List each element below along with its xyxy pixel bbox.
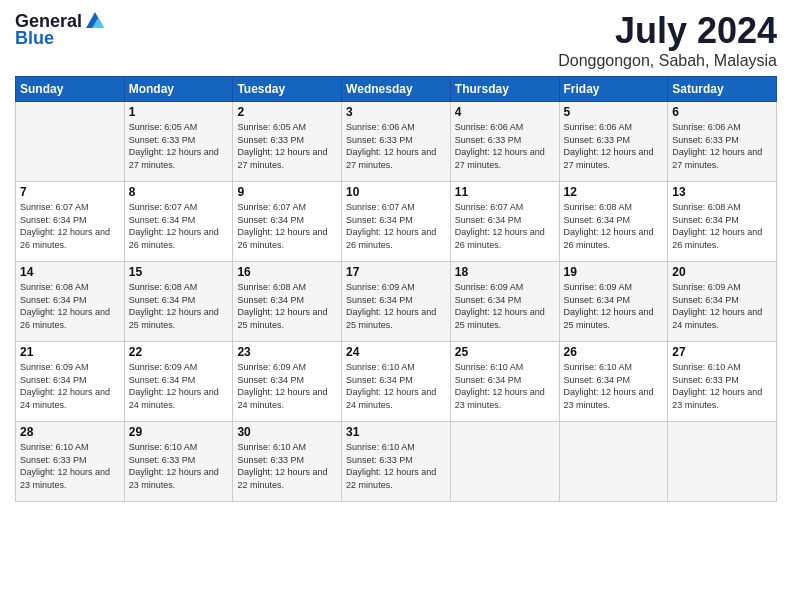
day-number: 18 [455,265,555,279]
day-number: 9 [237,185,337,199]
day-info: Sunrise: 6:09 AMSunset: 6:34 PMDaylight:… [237,361,337,411]
day-info: Sunrise: 6:09 AMSunset: 6:34 PMDaylight:… [672,281,772,331]
day-number: 28 [20,425,120,439]
day-number: 31 [346,425,446,439]
day-info: Sunrise: 6:10 AMSunset: 6:33 PMDaylight:… [237,441,337,491]
day-number: 29 [129,425,229,439]
table-row: 8Sunrise: 6:07 AMSunset: 6:34 PMDaylight… [124,182,233,262]
day-number: 6 [672,105,772,119]
day-number: 20 [672,265,772,279]
col-saturday: Saturday [668,77,777,102]
logo-blue: Blue [15,28,54,49]
subtitle: Donggongon, Sabah, Malaysia [558,52,777,70]
table-row: 20Sunrise: 6:09 AMSunset: 6:34 PMDayligh… [668,262,777,342]
table-row: 23Sunrise: 6:09 AMSunset: 6:34 PMDayligh… [233,342,342,422]
day-number: 2 [237,105,337,119]
table-row: 26Sunrise: 6:10 AMSunset: 6:34 PMDayligh… [559,342,668,422]
day-info: Sunrise: 6:07 AMSunset: 6:34 PMDaylight:… [20,201,120,251]
day-info: Sunrise: 6:05 AMSunset: 6:33 PMDaylight:… [129,121,229,171]
table-row: 2Sunrise: 6:05 AMSunset: 6:33 PMDaylight… [233,102,342,182]
table-row: 5Sunrise: 6:06 AMSunset: 6:33 PMDaylight… [559,102,668,182]
col-monday: Monday [124,77,233,102]
table-row: 21Sunrise: 6:09 AMSunset: 6:34 PMDayligh… [16,342,125,422]
day-number: 26 [564,345,664,359]
table-row: 18Sunrise: 6:09 AMSunset: 6:34 PMDayligh… [450,262,559,342]
day-info: Sunrise: 6:07 AMSunset: 6:34 PMDaylight:… [346,201,446,251]
main-title: July 2024 [558,10,777,52]
day-number: 17 [346,265,446,279]
table-row: 29Sunrise: 6:10 AMSunset: 6:33 PMDayligh… [124,422,233,502]
day-info: Sunrise: 6:08 AMSunset: 6:34 PMDaylight:… [237,281,337,331]
calendar-table: Sunday Monday Tuesday Wednesday Thursday… [15,76,777,502]
day-number: 25 [455,345,555,359]
table-row: 19Sunrise: 6:09 AMSunset: 6:34 PMDayligh… [559,262,668,342]
day-number: 1 [129,105,229,119]
table-row: 11Sunrise: 6:07 AMSunset: 6:34 PMDayligh… [450,182,559,262]
col-thursday: Thursday [450,77,559,102]
day-info: Sunrise: 6:08 AMSunset: 6:34 PMDaylight:… [129,281,229,331]
table-row: 28Sunrise: 6:10 AMSunset: 6:33 PMDayligh… [16,422,125,502]
table-row: 16Sunrise: 6:08 AMSunset: 6:34 PMDayligh… [233,262,342,342]
table-row: 24Sunrise: 6:10 AMSunset: 6:34 PMDayligh… [342,342,451,422]
logo-icon [84,10,106,32]
day-info: Sunrise: 6:08 AMSunset: 6:34 PMDaylight:… [672,201,772,251]
table-row: 4Sunrise: 6:06 AMSunset: 6:33 PMDaylight… [450,102,559,182]
day-info: Sunrise: 6:07 AMSunset: 6:34 PMDaylight:… [237,201,337,251]
day-number: 12 [564,185,664,199]
day-info: Sunrise: 6:10 AMSunset: 6:34 PMDaylight:… [455,361,555,411]
day-info: Sunrise: 6:10 AMSunset: 6:34 PMDaylight:… [564,361,664,411]
day-number: 22 [129,345,229,359]
table-row: 30Sunrise: 6:10 AMSunset: 6:33 PMDayligh… [233,422,342,502]
table-row: 1Sunrise: 6:05 AMSunset: 6:33 PMDaylight… [124,102,233,182]
col-friday: Friday [559,77,668,102]
col-sunday: Sunday [16,77,125,102]
table-row: 27Sunrise: 6:10 AMSunset: 6:33 PMDayligh… [668,342,777,422]
day-number: 24 [346,345,446,359]
day-number: 21 [20,345,120,359]
day-number: 15 [129,265,229,279]
day-info: Sunrise: 6:05 AMSunset: 6:33 PMDaylight:… [237,121,337,171]
day-number: 23 [237,345,337,359]
day-number: 3 [346,105,446,119]
day-info: Sunrise: 6:09 AMSunset: 6:34 PMDaylight:… [564,281,664,331]
table-row [559,422,668,502]
day-number: 13 [672,185,772,199]
col-wednesday: Wednesday [342,77,451,102]
table-row: 3Sunrise: 6:06 AMSunset: 6:33 PMDaylight… [342,102,451,182]
day-info: Sunrise: 6:07 AMSunset: 6:34 PMDaylight:… [455,201,555,251]
table-row: 6Sunrise: 6:06 AMSunset: 6:33 PMDaylight… [668,102,777,182]
day-info: Sunrise: 6:10 AMSunset: 6:33 PMDaylight:… [346,441,446,491]
table-row: 12Sunrise: 6:08 AMSunset: 6:34 PMDayligh… [559,182,668,262]
table-row [668,422,777,502]
day-number: 4 [455,105,555,119]
day-number: 16 [237,265,337,279]
logo: General Blue [15,10,106,49]
day-info: Sunrise: 6:07 AMSunset: 6:34 PMDaylight:… [129,201,229,251]
day-number: 11 [455,185,555,199]
table-row: 14Sunrise: 6:08 AMSunset: 6:34 PMDayligh… [16,262,125,342]
table-row: 22Sunrise: 6:09 AMSunset: 6:34 PMDayligh… [124,342,233,422]
day-number: 30 [237,425,337,439]
day-info: Sunrise: 6:08 AMSunset: 6:34 PMDaylight:… [564,201,664,251]
table-row: 13Sunrise: 6:08 AMSunset: 6:34 PMDayligh… [668,182,777,262]
table-row [450,422,559,502]
table-row: 9Sunrise: 6:07 AMSunset: 6:34 PMDaylight… [233,182,342,262]
day-info: Sunrise: 6:06 AMSunset: 6:33 PMDaylight:… [564,121,664,171]
day-info: Sunrise: 6:09 AMSunset: 6:34 PMDaylight:… [346,281,446,331]
day-info: Sunrise: 6:10 AMSunset: 6:33 PMDaylight:… [672,361,772,411]
week-row-4: 28Sunrise: 6:10 AMSunset: 6:33 PMDayligh… [16,422,777,502]
day-info: Sunrise: 6:09 AMSunset: 6:34 PMDaylight:… [20,361,120,411]
day-info: Sunrise: 6:10 AMSunset: 6:33 PMDaylight:… [20,441,120,491]
header: General Blue July 2024 Donggongon, Sabah… [15,10,777,70]
day-number: 10 [346,185,446,199]
table-row: 25Sunrise: 6:10 AMSunset: 6:34 PMDayligh… [450,342,559,422]
day-info: Sunrise: 6:10 AMSunset: 6:34 PMDaylight:… [346,361,446,411]
day-info: Sunrise: 6:06 AMSunset: 6:33 PMDaylight:… [672,121,772,171]
table-row: 31Sunrise: 6:10 AMSunset: 6:33 PMDayligh… [342,422,451,502]
day-number: 5 [564,105,664,119]
week-row-2: 14Sunrise: 6:08 AMSunset: 6:34 PMDayligh… [16,262,777,342]
day-info: Sunrise: 6:06 AMSunset: 6:33 PMDaylight:… [455,121,555,171]
day-number: 8 [129,185,229,199]
week-row-3: 21Sunrise: 6:09 AMSunset: 6:34 PMDayligh… [16,342,777,422]
col-tuesday: Tuesday [233,77,342,102]
